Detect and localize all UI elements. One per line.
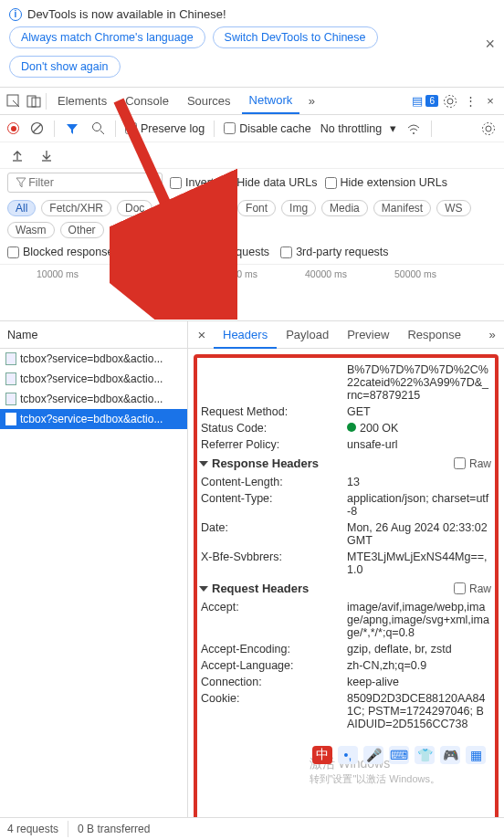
header-row: Referrer Policy:unsafe-url [197, 436, 495, 453]
detail-tabs: × HeadersPayloadPreviewResponse » [188, 321, 504, 349]
io-toolbar [0, 142, 504, 168]
header-row: X-Bfe-Svbbrers:MTE3LjMwLjExNS44Mg==,1.0 [197, 549, 495, 578]
tab-elements[interactable]: Elements [50, 89, 114, 113]
type-filter-media[interactable]: Media [321, 200, 368, 216]
header-row: Date:Mon, 26 Aug 2024 02:33:02 GMT [197, 519, 495, 549]
svg-point-10 [486, 126, 491, 131]
request-list: Name tcbox?service=bdbox&actio...tcbox?s… [0, 321, 188, 830]
header-row: Request Method:GET [197, 404, 495, 420]
gear-icon[interactable] [442, 93, 458, 110]
request-name: tcbox?service=bdbox&actio... [20, 413, 163, 425]
timeline-label: 20000 ms [126, 268, 168, 279]
type-filter-wasm[interactable]: Wasm [7, 222, 55, 238]
section-header[interactable]: Response HeadersRaw [197, 453, 495, 474]
section-header[interactable]: Request HeadersRaw [197, 578, 495, 599]
type-filter-other[interactable]: Other [60, 222, 104, 238]
detail-tab-headers[interactable]: Headers [214, 322, 277, 349]
ime-floatbar[interactable]: 中•,🎤⌨👕🎮▦ [312, 746, 486, 764]
detail-tab-response[interactable]: Response [398, 322, 470, 347]
ime-button[interactable]: 👕 [415, 746, 435, 764]
type-filter-font[interactable]: Font [237, 200, 276, 216]
filter-input-wrap[interactable] [7, 173, 163, 193]
banner-title: DevTools is now available in Chinese! [27, 7, 226, 21]
type-filter-manifest[interactable]: Manifest [373, 200, 431, 216]
info-icon: i [9, 8, 22, 21]
hide-data-urls-checkbox[interactable]: Hide data URLs [221, 176, 317, 189]
clear-icon[interactable] [28, 121, 45, 137]
banner-chip-0[interactable]: Always match Chrome's language [9, 26, 205, 48]
detail-tab-payload[interactable]: Payload [277, 322, 338, 347]
ime-button[interactable]: 中 [312, 746, 332, 764]
document-icon [5, 352, 16, 365]
inspect-icon[interactable] [5, 93, 22, 110]
invert-checkbox[interactable]: Invert [170, 176, 214, 189]
ime-button[interactable]: ▦ [466, 746, 486, 764]
type-filter-js[interactable]: JS [203, 200, 232, 216]
type-filter-img[interactable]: Img [281, 200, 316, 216]
svg-point-7 [92, 123, 100, 131]
type-filter-row: AllFetch/XHRDocCSSJSFontImgMediaManifest… [0, 196, 504, 242]
close-icon[interactable]: × [485, 35, 495, 54]
throttling-select[interactable]: No throttling ▾ [320, 121, 396, 135]
request-name: tcbox?service=bdbox&actio... [20, 352, 163, 365]
blocked-cookies-checkbox[interactable]: Blocked response cookies [7, 246, 155, 258]
ime-button[interactable]: 🎮 [440, 746, 460, 764]
document-icon [5, 372, 16, 385]
preserve-log-checkbox[interactable]: Preserve log [125, 122, 205, 135]
timeline-label: 50000 ms [394, 268, 436, 279]
chevron-right-icon[interactable]: » [303, 93, 320, 110]
banner-chip-1[interactable]: Switch DevTools to Chinese [213, 26, 378, 48]
timeline-label: 30000 ms [215, 268, 257, 279]
disable-cache-checkbox[interactable]: Disable cache [224, 122, 311, 135]
locale-banner: i DevTools is now available in Chinese! … [0, 0, 504, 88]
tab-sources[interactable]: Sources [180, 89, 238, 113]
network-settings-icon[interactable] [480, 121, 497, 137]
upload-icon[interactable] [9, 147, 26, 163]
transferred: 0 B transferred [78, 823, 150, 835]
request-row[interactable]: tcbox?service=bdbox&actio... [0, 389, 187, 409]
close-details-icon[interactable]: × [192, 327, 212, 342]
disclosure-icon [199, 586, 208, 592]
document-icon [5, 413, 16, 425]
raw-checkbox[interactable]: Raw [454, 457, 491, 470]
tab-network[interactable]: Network [242, 88, 300, 114]
close-panel-icon[interactable]: × [482, 93, 499, 110]
download-icon[interactable] [38, 147, 55, 163]
funnel-icon [14, 174, 28, 191]
type-filter-all[interactable]: All [7, 200, 36, 216]
record-icon[interactable] [7, 122, 19, 134]
reqlist-header[interactable]: Name [0, 321, 187, 349]
ime-button[interactable]: ⌨ [389, 746, 409, 764]
wifi-icon[interactable] [405, 121, 422, 137]
request-name: tcbox?service=bdbox&actio... [20, 393, 163, 405]
device-icon[interactable] [26, 93, 42, 110]
blocked-requests-checkbox[interactable]: Blocked requests [166, 246, 269, 258]
ime-button[interactable]: 🎤 [363, 746, 383, 764]
request-row[interactable]: tcbox?service=bdbox&actio... [0, 349, 187, 369]
timeline[interactable]: 10000 ms20000 ms30000 ms40000 ms50000 ms [0, 265, 504, 321]
detail-tab-preview[interactable]: Preview [338, 322, 398, 347]
filter-icon[interactable] [64, 121, 80, 137]
svg-point-4 [445, 95, 457, 107]
hide-extension-urls-checkbox[interactable]: Hide extension URLs [325, 176, 447, 189]
ime-button[interactable]: •, [338, 746, 358, 764]
kebab-icon[interactable]: ⋮ [462, 93, 478, 110]
type-filter-fetchxhr[interactable]: Fetch/XHR [41, 200, 111, 216]
record-toolbar: Preserve log Disable cache No throttling… [0, 115, 504, 142]
header-row: Content-Length:13 [197, 474, 495, 490]
messages-icon[interactable]: ▤6 [412, 94, 438, 108]
type-filter-css[interactable]: CSS [158, 200, 197, 216]
third-party-checkbox[interactable]: 3rd-party requests [280, 246, 388, 258]
search-icon[interactable] [89, 121, 106, 137]
filter-input[interactable] [28, 176, 156, 189]
request-row[interactable]: tcbox?service=bdbox&actio... [0, 369, 187, 389]
type-filter-doc[interactable]: Doc [117, 200, 152, 216]
raw-checkbox[interactable]: Raw [454, 582, 491, 595]
request-row[interactable]: tcbox?service=bdbox&actio... [0, 409, 187, 429]
banner-chip-2[interactable]: Don't show again [9, 56, 121, 78]
chevron-right-icon[interactable]: » [484, 327, 500, 343]
disclosure-icon [199, 461, 208, 467]
svg-point-11 [483, 122, 495, 134]
type-filter-ws[interactable]: WS [436, 200, 470, 216]
tab-console[interactable]: Console [118, 89, 176, 113]
